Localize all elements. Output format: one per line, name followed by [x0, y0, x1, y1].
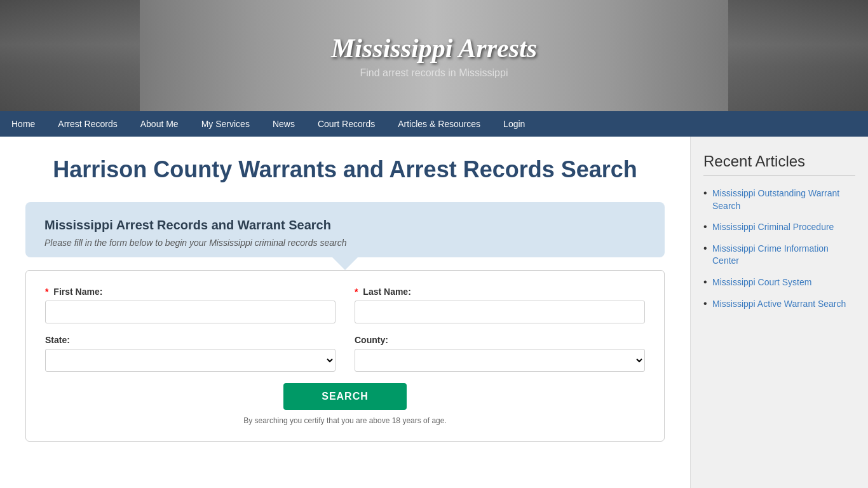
banner-left-decor [0, 0, 140, 111]
form-group-firstname: * First Name: [45, 287, 336, 323]
search-button-wrapper: SEARCH [45, 383, 645, 410]
sidebar-article-link-4[interactable]: Mississippi Active Warrant Search [712, 299, 846, 309]
required-star-firstname: * [45, 287, 48, 297]
sidebar-article-0: Mississippi Outstanding Warrant Search [703, 187, 855, 212]
sidebar-article-4: Mississippi Active Warrant Search [703, 298, 855, 311]
first-name-label: * First Name: [45, 287, 336, 297]
nav-court-records[interactable]: Court Records [306, 111, 386, 137]
page-title: Harrison County Warrants and Arrest Reco… [25, 156, 665, 183]
form-row-location: State: County: [45, 335, 645, 372]
main-content: Harrison County Warrants and Arrest Reco… [0, 137, 690, 488]
search-box-subtitle: Please fill in the form below to begin y… [44, 238, 646, 248]
sidebar: Recent Articles Mississippi Outstanding … [690, 137, 868, 488]
form-group-lastname: * Last Name: [355, 287, 645, 323]
sidebar-article-3: Mississippi Court System [703, 276, 855, 289]
site-subtitle: Find arrest records in Mississippi [331, 67, 537, 79]
sidebar-article-1: Mississippi Criminal Procedure [703, 221, 855, 234]
search-button[interactable]: SEARCH [283, 383, 407, 410]
sidebar-article-link-2[interactable]: Mississippi Crime Information Center [712, 243, 829, 266]
nav-news[interactable]: News [261, 111, 306, 137]
form-group-county: County: [355, 335, 645, 372]
form-row-name: * First Name: * Last Name: [45, 287, 645, 323]
search-form-area: * First Name: * Last Name: State: [25, 270, 665, 442]
first-name-input[interactable] [45, 301, 336, 323]
nav-arrest-records[interactable]: Arrest Records [46, 111, 128, 137]
nav-my-services[interactable]: My Services [190, 111, 261, 137]
sidebar-title: Recent Articles [703, 152, 855, 176]
nav-home[interactable]: Home [0, 111, 46, 137]
last-name-label: * Last Name: [355, 287, 645, 297]
search-info-box: Mississippi Arrest Records and Warrant S… [25, 202, 665, 257]
site-title: Mississippi Arrests [331, 33, 537, 64]
search-box-title: Mississippi Arrest Records and Warrant S… [44, 218, 646, 233]
banner-right-decor [728, 0, 868, 111]
nav-login[interactable]: Login [492, 111, 536, 137]
county-select[interactable] [355, 349, 645, 372]
form-disclaimer: By searching you certify that you are ab… [45, 416, 645, 425]
triangle-pointer [332, 257, 358, 270]
form-group-state: State: [45, 335, 336, 372]
sidebar-article-link-0[interactable]: Mississippi Outstanding Warrant Search [712, 188, 839, 211]
banner-content: Mississippi Arrests Find arrest records … [331, 33, 537, 79]
state-select[interactable] [45, 349, 336, 372]
sidebar-article-link-1[interactable]: Mississippi Criminal Procedure [712, 222, 834, 232]
nav-articles-resources[interactable]: Articles & Resources [386, 111, 492, 137]
site-banner: Mississippi Arrests Find arrest records … [0, 0, 868, 111]
page-wrapper: Harrison County Warrants and Arrest Reco… [0, 137, 868, 488]
nav-about-me[interactable]: About Me [129, 111, 190, 137]
last-name-input[interactable] [355, 301, 645, 323]
required-star-lastname: * [355, 287, 358, 297]
sidebar-article-link-3[interactable]: Mississippi Court System [712, 277, 811, 287]
sidebar-articles-list: Mississippi Outstanding Warrant Search M… [703, 187, 855, 310]
main-nav: Home Arrest Records About Me My Services… [0, 111, 868, 137]
county-label: County: [355, 335, 645, 345]
sidebar-article-2: Mississippi Crime Information Center [703, 243, 855, 268]
state-label: State: [45, 335, 336, 345]
